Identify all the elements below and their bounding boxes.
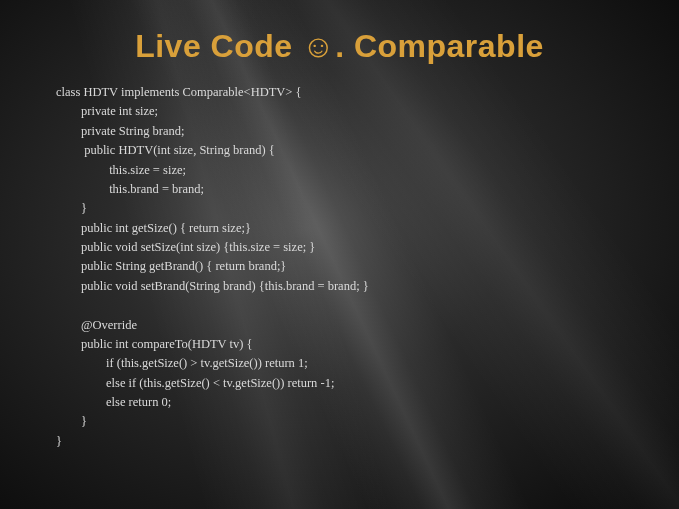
code-block: class HDTV implements Comparable<HDTV> {…	[48, 83, 631, 451]
title-suffix: . Comparable	[335, 28, 544, 64]
slide-container: Live Code ☺. Comparable class HDTV imple…	[0, 0, 679, 509]
slide-title: Live Code ☺. Comparable	[48, 28, 631, 65]
title-prefix: Live Code	[135, 28, 302, 64]
smile-icon: ☺	[302, 28, 335, 64]
